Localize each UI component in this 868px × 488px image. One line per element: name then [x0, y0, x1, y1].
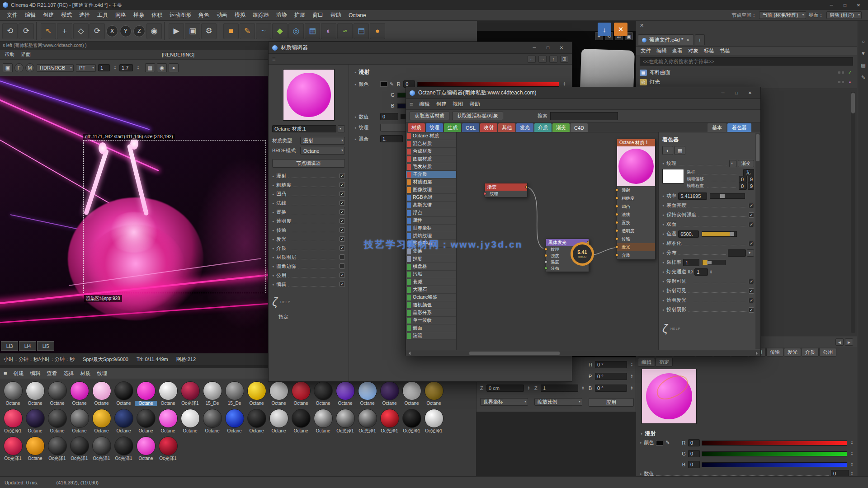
- node-type-item[interactable]: 晶形分形: [406, 309, 456, 317]
- b-stepper[interactable]: [630, 385, 634, 392]
- axis-z-button[interactable]: Z: [133, 25, 145, 37]
- menu-item[interactable]: 工具: [94, 10, 111, 20]
- material-thumbnail[interactable]: Octane: [113, 408, 135, 434]
- channel-checkbox[interactable]: [340, 182, 345, 188]
- channel-stepper[interactable]: [850, 439, 854, 446]
- material-thumbnail[interactable]: Oc光泽1: [423, 408, 445, 434]
- channel-checkbox[interactable]: [340, 227, 345, 233]
- node-type-item[interactable]: 图层材质: [406, 155, 456, 163]
- param-check-row[interactable]: 漫射可见: [662, 277, 754, 286]
- menu-item[interactable]: 视图: [453, 101, 463, 108]
- undo-icon[interactable]: ⟲: [2, 23, 18, 39]
- minimize-button[interactable]: ─: [716, 89, 730, 97]
- snapshot-icon[interactable]: ●: [169, 63, 179, 72]
- param-checkbox[interactable]: [749, 212, 754, 218]
- params-tab[interactable]: 基本: [708, 123, 726, 132]
- h-field[interactable]: 0 °: [595, 361, 627, 368]
- axis-y-button[interactable]: Y: [120, 25, 132, 37]
- subdivision-icon[interactable]: ◆: [272, 23, 288, 39]
- value-field[interactable]: 0: [380, 113, 398, 120]
- node-type-item[interactable]: 污垢: [406, 271, 456, 278]
- search-input[interactable]: [550, 112, 618, 120]
- temperature-field[interactable]: 6500.: [678, 230, 699, 238]
- menu-item[interactable]: 查看: [47, 370, 57, 377]
- node-type-item[interactable]: 材质图层: [406, 178, 456, 186]
- material-thumbnail[interactable]: Octane: [24, 436, 46, 461]
- gradient-preview[interactable]: [662, 169, 684, 183]
- stop-render-icon[interactable]: ✕: [614, 23, 627, 36]
- material-name-dropdown[interactable]: [338, 125, 345, 132]
- menu-item[interactable]: 对象: [688, 47, 698, 54]
- param-check-row[interactable]: 折射可见: [662, 286, 754, 296]
- material-thumbnail[interactable]: Octane: [268, 408, 290, 434]
- layer-dots[interactable]: [838, 81, 844, 83]
- up-icon[interactable]: ↑: [549, 56, 557, 63]
- object-tag-icon[interactable]: ✓: [847, 70, 853, 75]
- film-region-button[interactable]: F: [14, 63, 24, 72]
- hamburger-icon[interactable]: ≡: [4, 370, 7, 377]
- param-checkbox[interactable]: [749, 222, 754, 227]
- material-thumbnail[interactable]: 15_De: [223, 381, 245, 406]
- distribution-dropdown[interactable]: [747, 249, 754, 257]
- material-thumbnail[interactable]: Oc光泽1: [46, 436, 68, 461]
- node-port[interactable]: 发光: [617, 243, 655, 251]
- attribute-tab[interactable]: 公用: [819, 348, 836, 357]
- texture-dropdown[interactable]: [729, 160, 736, 167]
- node-port[interactable]: 纹理: [485, 191, 527, 197]
- separator-2[interactable]: [164, 22, 166, 40]
- channel-stepper[interactable]: [850, 461, 854, 468]
- menu-item[interactable]: 创建: [14, 370, 24, 377]
- node-editor-titlebar[interactable]: Octane节点编辑器(葡帅私塾:www.c4dteach.com) ─ □ ✕: [406, 87, 760, 99]
- menu-item[interactable]: 运动图形: [166, 10, 194, 20]
- node-type-item[interactable]: 图像平铺: [406, 240, 456, 248]
- node-port[interactable]: 粗糙度: [617, 194, 655, 202]
- material-thumbnail[interactable]: Oc光泽1: [68, 436, 90, 461]
- menu-item[interactable]: 编辑: [656, 47, 667, 54]
- hamburger-icon[interactable]: ≡: [410, 101, 413, 108]
- menu-item[interactable]: 帮助: [5, 51, 14, 58]
- eyedropper-icon[interactable]: ✎: [390, 81, 394, 87]
- scale-stepper[interactable]: [581, 385, 585, 392]
- material-thumbnail[interactable]: Octane: [46, 408, 68, 434]
- hamburger-icon[interactable]: ≡: [272, 56, 276, 62]
- category-tab[interactable]: 纹理: [426, 123, 443, 132]
- category-tab[interactable]: 渐变: [552, 123, 570, 132]
- close-button[interactable]: ✕: [852, 1, 865, 9]
- material-thumbnail[interactable]: Octane: [46, 381, 68, 406]
- field-icon[interactable]: ▤: [354, 23, 369, 39]
- menu-item[interactable]: 网格: [112, 10, 129, 20]
- menu-item[interactable]: 创建: [40, 10, 57, 20]
- node-port[interactable]: 透明度: [617, 227, 655, 235]
- material-thumbnail[interactable]: Octane: [245, 408, 268, 434]
- layout-icon[interactable]: ⊞: [560, 56, 568, 63]
- attribute-tab[interactable]: 编辑: [638, 358, 655, 366]
- get-active-material-button[interactable]: 获取激活材质: [410, 112, 449, 120]
- passes-stepper[interactable]: [113, 64, 117, 71]
- blur-amount-field[interactable]: 0: [739, 183, 747, 190]
- material-thumbnail[interactable]: Oc光泽1: [356, 408, 378, 434]
- channel-row[interactable]: 透明度: [272, 216, 345, 225]
- node-space-select[interactable]: 当前 (标准/物理): [759, 11, 806, 19]
- material-thumbnail[interactable]: Octane: [201, 408, 223, 434]
- material-thumbnail[interactable]: Octane: [157, 408, 179, 434]
- menu-item[interactable]: 创建: [436, 101, 447, 108]
- param-checkbox[interactable]: [749, 279, 754, 284]
- deformer-icon[interactable]: ◐: [321, 23, 336, 39]
- node-type-item[interactable]: 合成材质: [406, 148, 456, 155]
- node-type-item[interactable]: 侧面: [406, 324, 456, 332]
- node-type-item[interactable]: 毛发材质: [406, 163, 456, 171]
- channel-stepper[interactable]: [850, 450, 854, 457]
- channel-slider[interactable]: [702, 441, 847, 446]
- material-thumbnail[interactable]: Octane: [334, 381, 356, 406]
- category-tab[interactable]: 材质: [408, 123, 425, 132]
- next-icon[interactable]: ►: [845, 338, 853, 346]
- add-cube-icon[interactable]: ■: [223, 23, 239, 39]
- minimize-button[interactable]: ─: [825, 1, 838, 9]
- material-thumbnail[interactable]: Octane: [24, 381, 46, 406]
- p-stepper[interactable]: [630, 373, 634, 380]
- material-thumbnail[interactable]: Octane: [290, 408, 312, 434]
- close-button[interactable]: ✕: [555, 44, 568, 52]
- list-icon[interactable]: ▤: [861, 62, 865, 68]
- menu-item[interactable]: 模式: [58, 10, 75, 20]
- material-thumbnail[interactable]: Octane: [135, 408, 157, 434]
